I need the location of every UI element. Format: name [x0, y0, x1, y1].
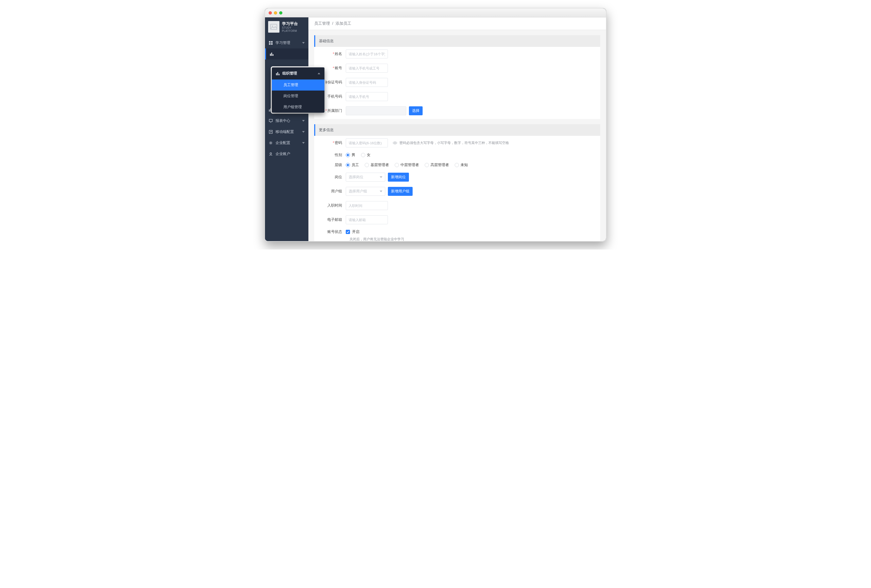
submenu-header[interactable]: 组织管理 [272, 67, 325, 79]
input-name[interactable] [346, 49, 388, 58]
label-gender: 性别 [335, 153, 342, 157]
input-joindate[interactable] [346, 201, 388, 210]
crumb-second: 添加员工 [335, 21, 351, 25]
section-header-basic: 基础信息 [314, 35, 600, 47]
input-account[interactable] [346, 64, 388, 73]
label-level: 层级 [335, 163, 342, 167]
screen-icon [269, 119, 273, 123]
input-phone[interactable] [346, 92, 388, 101]
svg-rect-2 [269, 41, 271, 43]
svg-rect-3 [271, 41, 272, 43]
svg-point-14 [270, 142, 271, 144]
close-dot[interactable] [269, 11, 272, 15]
minimize-dot[interactable] [274, 11, 277, 15]
svg-rect-17 [277, 72, 278, 75]
nav-item-mobile[interactable]: 移动端配置 [265, 126, 308, 138]
nav-item-reports[interactable]: 报表中心 [265, 115, 308, 126]
zoom-dot[interactable] [279, 11, 282, 15]
grid-icon [269, 41, 273, 45]
main-content: 员工管理 / 添加员工 基础信息 *姓名 *账号 身份证号码 [308, 17, 606, 241]
input-dept [346, 106, 406, 115]
bar-icon [276, 72, 280, 75]
label-status: 账号状态 [327, 229, 342, 234]
svg-point-15 [270, 153, 272, 154]
label-post: 岗位 [335, 175, 342, 179]
label-phone: 手机号码 [327, 94, 342, 99]
svg-rect-10 [270, 108, 271, 112]
input-idcard[interactable] [346, 78, 388, 87]
select-dept-button[interactable]: 选择 [409, 106, 423, 115]
add-post-button[interactable]: 新增岗位 [388, 173, 409, 182]
crumb-first[interactable]: 员工管理 [314, 21, 330, 25]
brand-logo [268, 21, 280, 33]
submenu-title: 组织管理 [282, 71, 297, 76]
svg-point-1 [272, 25, 273, 27]
label-idcard: 身份证号码 [324, 80, 342, 84]
brand-subtitle: STUDY PLATFORM [282, 26, 305, 32]
checkbox-status[interactable]: 开启 [346, 229, 359, 234]
svg-rect-12 [269, 119, 272, 121]
svg-rect-6 [270, 54, 271, 56]
brand: 学习平台 STUDY PLATFORM [265, 17, 308, 37]
select-usergroup[interactable]: 选择用户组 [346, 187, 385, 196]
label-name: 姓名 [335, 52, 342, 56]
radio-level-2[interactable]: 中层管理者 [395, 163, 419, 168]
input-password[interactable] [346, 138, 388, 147]
sidebar: 学习平台 STUDY PLATFORM 学习管理 组织管理 考试评估 报表中心 [265, 17, 308, 241]
chevron-down-icon [302, 42, 305, 44]
chevron-up-icon [317, 73, 320, 74]
nav-label: 报表中心 [275, 118, 290, 123]
input-email[interactable] [346, 215, 388, 224]
label-group: 用户组 [331, 189, 342, 193]
radio-level-4[interactable]: 未知 [455, 163, 468, 168]
chevron-down-icon [302, 120, 305, 121]
radio-gender-female[interactable]: 女 [361, 153, 371, 157]
svg-rect-16 [276, 73, 277, 75]
radio-level-1[interactable]: 基层管理者 [365, 163, 389, 168]
password-hint: 密码必须包含大写字母，小写字母，数字，符号其中三种，不能填写空格 [393, 141, 509, 145]
radio-level-3[interactable]: 高层管理者 [425, 163, 449, 168]
nav-item-enterprise-config[interactable]: 企业配置 [265, 138, 308, 148]
submenu-item-staff[interactable]: 员工管理 [272, 79, 325, 91]
submenu-item-usergroup[interactable]: 用户组管理 [272, 102, 325, 113]
radio-level-0[interactable]: 员工 [346, 163, 359, 168]
submenu-item-post[interactable]: 岗位管理 [272, 91, 325, 102]
svg-rect-7 [271, 52, 272, 56]
panel-basic: 基础信息 *姓名 *账号 身份证号码 手机号码 [314, 35, 600, 119]
breadcrumb: 员工管理 / 添加员工 [308, 17, 606, 30]
label-password: 密码 [335, 141, 342, 145]
svg-rect-0 [271, 24, 277, 30]
radio-group-gender: 男 女 [346, 153, 371, 157]
user-icon [269, 152, 273, 156]
eye-icon [393, 141, 397, 145]
gear-icon [269, 141, 273, 145]
crumb-sep: / [332, 21, 333, 25]
nav-item-study[interactable]: 学习管理 [265, 37, 308, 48]
brand-title: 学习平台 [282, 21, 305, 26]
label-joindate: 入职时间 [327, 203, 342, 207]
status-helper: 关闭后，用户将无法登陆企业中学习 [314, 237, 600, 241]
svg-rect-5 [271, 43, 272, 45]
svg-rect-8 [272, 54, 273, 56]
chevron-down-icon [302, 131, 305, 133]
nav-item-enterprise-account[interactable]: 企业账户 [265, 148, 308, 160]
add-usergroup-button[interactable]: 新增用户组 [388, 187, 413, 196]
select-post[interactable]: 选择岗位 [346, 173, 385, 182]
radio-group-level: 员工 基层管理者 中层管理者 高层管理者 未知 [346, 163, 468, 168]
chevron-down-icon [302, 142, 305, 144]
mac-titlebar [265, 8, 606, 17]
chevron-down-icon [380, 190, 382, 192]
submenu-card: 组织管理 员工管理 岗位管理 用户组管理 [272, 67, 325, 113]
svg-point-19 [394, 142, 395, 144]
radio-gender-male[interactable]: 男 [346, 153, 355, 157]
panel-more: 更多信息 *密码 密码必须包含大写字母，小写字母，数字，符号其中三种，不能填写空… [314, 124, 600, 241]
nav-item-org[interactable]: 组织管理 [265, 48, 308, 60]
nav-label: 企业配置 [275, 141, 290, 145]
external-icon [269, 130, 273, 134]
svg-rect-4 [269, 43, 271, 45]
label-dept: 所属部门 [327, 108, 342, 113]
nav-label: 企业账户 [275, 152, 290, 156]
svg-rect-9 [269, 109, 270, 112]
section-header-more: 更多信息 [314, 124, 600, 136]
bar-icon [270, 52, 274, 56]
